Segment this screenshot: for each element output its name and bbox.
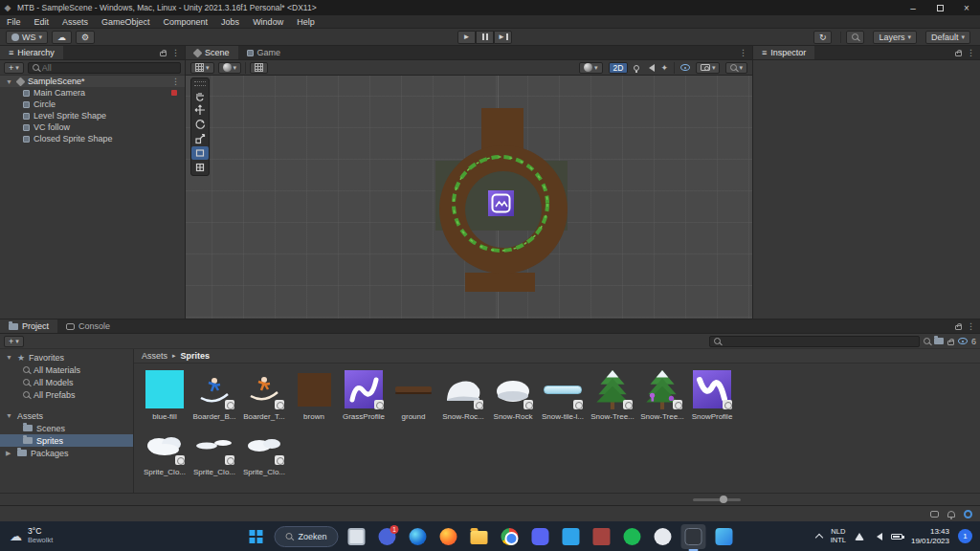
battery-icon[interactable] bbox=[891, 534, 902, 540]
menu-jobs[interactable]: Jobs bbox=[214, 15, 246, 29]
close-button[interactable]: × bbox=[953, 0, 980, 15]
minimize-button[interactable]: – bbox=[900, 0, 926, 15]
taskbar-weather-widget[interactable]: ☁ 3°C Bewolkt bbox=[0, 521, 62, 551]
taskbar-app-vscode[interactable] bbox=[559, 524, 584, 549]
lock-icon[interactable] bbox=[955, 52, 962, 56]
undo-history-button[interactable]: ↻ bbox=[813, 31, 833, 44]
tab-console[interactable]: Console bbox=[57, 320, 119, 333]
asset-item-snow-tree-1[interactable]: Snow-Tree... bbox=[588, 367, 637, 421]
assets-root[interactable]: ▼ Assets bbox=[0, 409, 133, 422]
hierarchy-item-main-camera[interactable]: Main Camera bbox=[0, 87, 185, 99]
wifi-icon[interactable] bbox=[855, 533, 864, 540]
snap-settings-button[interactable] bbox=[250, 62, 268, 74]
language-indicator[interactable]: NLD INTL bbox=[831, 528, 846, 544]
taskbar-app-edge[interactable] bbox=[406, 524, 431, 549]
panel-options-icon[interactable]: ⋮ bbox=[967, 48, 975, 57]
panel-options-icon[interactable]: ⋮ bbox=[171, 48, 180, 57]
tab-hierarchy[interactable]: ≡ Hierarchy bbox=[0, 46, 63, 59]
search-button[interactable] bbox=[846, 31, 864, 44]
fold-closed-icon[interactable]: ▶ bbox=[6, 450, 13, 457]
asset-item-snow-rock[interactable]: Snow-Rock bbox=[488, 367, 538, 421]
scene-audio-icon[interactable] bbox=[645, 64, 655, 72]
asset-item-blue-fill[interactable]: blue-fill bbox=[140, 367, 189, 421]
favorite-all-materials[interactable]: All Materials bbox=[0, 364, 133, 376]
hierarchy-item-circle[interactable]: Circle bbox=[0, 99, 185, 110]
taskbar-search[interactable]: Zoeken bbox=[274, 526, 338, 547]
hierarchy-search[interactable] bbox=[28, 62, 181, 74]
cloud-services-button[interactable]: ☁ bbox=[52, 31, 72, 44]
play-button[interactable]: ► bbox=[457, 31, 476, 44]
notifications-bell-icon[interactable] bbox=[947, 511, 955, 518]
taskbar-app-book[interactable] bbox=[590, 524, 614, 549]
taskbar-app-discord[interactable] bbox=[528, 524, 553, 549]
gizmos-dropdown[interactable]: ▾ bbox=[725, 62, 747, 74]
asset-item-ground[interactable]: ground bbox=[389, 367, 438, 421]
asset-item-snow-tree-2[interactable]: Snow-Tree... bbox=[637, 367, 687, 421]
scene-canvas[interactable] bbox=[186, 76, 752, 319]
fold-open-icon[interactable]: ▼ bbox=[6, 354, 13, 361]
tilemap-palette-dropdown[interactable]: ▾ bbox=[190, 62, 214, 74]
effects-icon[interactable]: ✦ bbox=[660, 63, 668, 73]
settings-button[interactable]: ⚙ bbox=[76, 31, 95, 44]
hierarchy-item-vc-follow[interactable]: VC follow bbox=[0, 121, 185, 133]
toggle-2d-button[interactable]: 2D bbox=[609, 62, 629, 74]
taskbar-app-explorer[interactable] bbox=[467, 524, 492, 549]
favorites-header[interactable]: ▼ ★ Favorites bbox=[0, 351, 133, 364]
hierarchy-item-level-sprite-shape[interactable]: Level Sprite Shape bbox=[0, 110, 185, 121]
menu-help[interactable]: Help bbox=[290, 15, 322, 29]
taskbar-app-window[interactable] bbox=[345, 524, 369, 549]
clock-widget[interactable]: 13:43 19/01/2023 bbox=[911, 527, 949, 545]
breadcrumb-current[interactable]: Sprites bbox=[181, 351, 211, 361]
asset-item-boarder-t[interactable]: Boarder_T... bbox=[239, 367, 289, 421]
asset-item-cloud-2[interactable]: Sprite_Clo... bbox=[189, 423, 239, 476]
create-object-button[interactable]: + ▾ bbox=[4, 62, 24, 74]
open-asset-icon[interactable] bbox=[934, 338, 944, 344]
asset-item-snowprofile[interactable]: SnowProfile bbox=[687, 367, 737, 421]
background-progress-icon[interactable] bbox=[964, 510, 972, 518]
asset-item-boarder-b[interactable]: Boarder_B... bbox=[189, 367, 239, 421]
step-button[interactable]: ► bbox=[494, 31, 512, 44]
menu-window[interactable]: Window bbox=[246, 15, 290, 29]
menu-file[interactable]: File bbox=[0, 15, 28, 29]
lock-icon[interactable] bbox=[955, 325, 962, 330]
packages-root[interactable]: ▶ Packages bbox=[0, 447, 133, 459]
asset-item-brown[interactable]: brown bbox=[289, 367, 339, 421]
pause-button[interactable] bbox=[476, 31, 494, 44]
hierarchy-item-closed-sprite-shape[interactable]: Closed Sprite Shape bbox=[0, 133, 185, 144]
scene-visibility-icon[interactable] bbox=[680, 64, 690, 71]
project-search-input[interactable] bbox=[724, 337, 915, 346]
panel-options-icon[interactable]: ⋮ bbox=[967, 321, 975, 331]
hierarchy-scene-row[interactable]: ▼ SampleScene* ⋮ bbox=[0, 76, 185, 87]
taskbar-app-firefox[interactable] bbox=[436, 524, 461, 549]
scene-options-icon[interactable]: ⋮ bbox=[171, 77, 185, 86]
lock-icon[interactable] bbox=[160, 52, 167, 56]
fold-open-icon[interactable]: ▼ bbox=[6, 412, 13, 419]
workspace-dropdown[interactable]: WS ▾ bbox=[6, 31, 48, 44]
layout-dropdown[interactable]: Default ▾ bbox=[925, 31, 970, 44]
slider-knob[interactable] bbox=[720, 496, 727, 503]
breadcrumb-root[interactable]: Assets bbox=[142, 351, 167, 361]
panel-options-icon[interactable]: ⋮ bbox=[739, 48, 747, 57]
maximize-button[interactable] bbox=[926, 0, 953, 15]
start-button[interactable] bbox=[243, 524, 268, 549]
taskbar-app-chrome[interactable] bbox=[498, 524, 523, 549]
folder-sprites[interactable]: Sprites bbox=[0, 434, 133, 447]
folder-scenes[interactable]: Scenes bbox=[0, 422, 133, 434]
fold-open-icon[interactable]: ▼ bbox=[6, 78, 13, 85]
taskbar-app-teams[interactable]: 1 bbox=[375, 524, 400, 549]
search-in-assets-icon[interactable] bbox=[924, 338, 930, 344]
draw-mode-dropdown[interactable]: ▾ bbox=[218, 62, 242, 74]
shading-mode-dropdown[interactable]: ▾ bbox=[579, 62, 603, 74]
hidden-count-eye-icon[interactable] bbox=[958, 338, 968, 344]
tray-overflow-icon[interactable] bbox=[814, 534, 822, 541]
camera-gizmo-icon[interactable] bbox=[171, 90, 177, 96]
taskbar-app-unity-active[interactable] bbox=[681, 524, 706, 549]
tab-inspector[interactable]: ≡ Inspector bbox=[753, 46, 814, 59]
thumbnail-zoom-slider[interactable] bbox=[693, 498, 741, 501]
tab-game[interactable]: Game bbox=[238, 46, 290, 59]
volume-icon[interactable] bbox=[873, 533, 882, 540]
project-search[interactable] bbox=[709, 336, 920, 347]
tab-project[interactable]: Project bbox=[0, 320, 57, 333]
taskbar-app-hub[interactable] bbox=[651, 524, 676, 549]
menu-gameobject[interactable]: GameObject bbox=[95, 15, 157, 29]
